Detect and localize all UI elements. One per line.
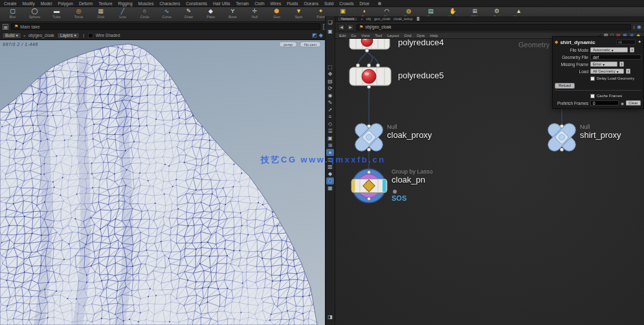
breadcrumb-item[interactable]: geo_cloak xyxy=(374,17,390,21)
color-swatch[interactable] xyxy=(88,33,93,38)
shelf-tool-button[interactable]: ╱ Line xyxy=(113,8,133,19)
shelf-tab[interactable]: Fluids xyxy=(287,1,298,6)
shelf-tab[interactable]: Create xyxy=(4,1,17,6)
shelf-tab[interactable]: Deform xyxy=(79,1,93,6)
node-label-cloak-proxy[interactable]: Null cloak_proxy xyxy=(387,124,432,140)
viewport-tool-icon[interactable]: ☰ xyxy=(326,128,334,135)
layers-dropdown[interactable]: Layers▾ xyxy=(57,32,80,39)
nav-forward-button[interactable]: ▶ xyxy=(347,24,354,30)
node-label-cloak-pn[interactable]: Group by Lasso cloak_pn xyxy=(392,168,433,185)
shelf-tab[interactable]: Modify xyxy=(23,1,35,6)
network-menu-item[interactable]: Layout xyxy=(387,34,399,38)
nav-back-button[interactable]: ◀ xyxy=(338,24,345,30)
options-icon[interactable]: ◆ xyxy=(319,32,323,38)
node-label-polyreduce4[interactable]: polyreduce4 xyxy=(398,39,444,47)
network-menu-item[interactable]: Go xyxy=(351,34,356,38)
viewport-tool-icon[interactable]: ⬚ xyxy=(326,63,334,71)
node-label-polyreduce5[interactable]: polyreduce5 xyxy=(398,71,444,80)
shelf-tab[interactable]: Model xyxy=(41,1,52,6)
network-menu-item[interactable]: Opts xyxy=(417,34,425,38)
shelf-tool-button[interactable]: ▬ Tube xyxy=(47,8,67,19)
shelf-tool-button[interactable]: ◆ Plato xyxy=(201,8,221,19)
param-node-name[interactable]: shirt_dynamic xyxy=(560,39,595,45)
layout-grid-icon[interactable]: ▦ xyxy=(3,24,8,30)
reload-button[interactable]: Reload xyxy=(555,83,575,89)
node-flag-sos[interactable]: SOS xyxy=(392,194,406,202)
shelf-tab[interactable]: Constraints xyxy=(186,1,207,6)
network-menu-item[interactable]: Tool xyxy=(375,34,382,38)
shelf-tab[interactable]: Characters xyxy=(159,1,180,6)
camera-pill[interactable]: persp xyxy=(279,41,297,47)
network-menu-item[interactable]: Grid xyxy=(404,34,411,38)
shelf-tab[interactable]: Crowds xyxy=(339,1,353,6)
file-mode-dropdown[interactable]: Automatic▾ xyxy=(590,47,628,52)
spinner-icon[interactable]: ⇕ xyxy=(626,69,630,74)
shelf-tab[interactable]: Oceans xyxy=(304,1,318,6)
viewport-tool-icon[interactable]: ➚ xyxy=(326,106,334,113)
clear-button[interactable]: Clear xyxy=(626,100,640,106)
pane-tab-build[interactable]: Build▾ xyxy=(2,32,21,39)
shelf-tool-button[interactable]: ✎ Draw xyxy=(179,8,199,19)
viewport-tool-icon[interactable]: ◉ xyxy=(326,92,334,99)
viewport-tool-icon[interactable]: ◇ xyxy=(326,120,334,128)
shelf-tool-button[interactable]: ∿ Curve xyxy=(157,8,177,19)
preset-star-icon[interactable]: ✦ xyxy=(638,39,641,45)
shelf-tool-button[interactable]: ✛ Null xyxy=(245,8,265,19)
viewport-tool-icon[interactable]: ⟳ xyxy=(326,85,334,92)
load-dropdown[interactable]: All Geometry▾ xyxy=(590,69,624,74)
spinner-icon[interactable]: ⇕ xyxy=(619,62,624,67)
shelf-tab[interactable]: Texture xyxy=(98,1,112,6)
shelf-tab[interactable]: Cloth xyxy=(254,1,264,6)
cache-frames-checkbox[interactable] xyxy=(590,94,595,98)
network-path-field[interactable]: ⚑ obj/geo_cloak xyxy=(356,24,631,30)
node-label-shirt-proxy[interactable]: Null shirt_proxy xyxy=(580,124,621,140)
take-field[interactable]: ⚑ Main take xyxy=(11,23,320,30)
missing-frame-dropdown[interactable]: Error▾ xyxy=(590,62,617,67)
viewport-tool-icon[interactable]: ❏ xyxy=(326,19,334,26)
viewport-tool-icon[interactable]: ✎ xyxy=(326,99,334,106)
shelf-tab[interactable]: Solid xyxy=(324,1,333,6)
viewport-tool-icon[interactable]: ✥ xyxy=(326,71,334,78)
network-menu-item[interactable]: Edit xyxy=(339,34,346,38)
param-version-field[interactable]: v1 xyxy=(616,39,636,45)
shelf-tool-button[interactable]: ▦ Grid xyxy=(91,8,111,19)
no-cam-pill[interactable]: No cam xyxy=(300,41,321,47)
shelf-tab[interactable]: Muscles xyxy=(139,1,154,6)
shelf-tab[interactable]: Drive xyxy=(359,1,369,6)
prefetch-field[interactable]: 0 xyxy=(590,100,619,106)
viewport-tool-icon[interactable]: ▣ xyxy=(326,28,334,35)
geometry-file-field[interactable]: def xyxy=(590,54,641,60)
breadcrumb-item[interactable]: cloak_setup xyxy=(394,17,412,21)
network-menu-item[interactable]: View xyxy=(361,34,370,38)
viewport-tool-icon[interactable]: ⬡ xyxy=(326,177,334,185)
shelf-tool-button[interactable]: Y Bone xyxy=(223,8,243,19)
shelf-tool-button[interactable]: ◯ Sphere xyxy=(25,8,45,19)
shelf-tool-button[interactable]: ○ Circle xyxy=(135,8,155,19)
viewport-tool-icon[interactable]: ▤ xyxy=(326,78,334,85)
network-menu-item[interactable]: Help xyxy=(430,34,438,38)
shelf-tab[interactable]: Rigging xyxy=(118,1,133,6)
viewport-tool-icon[interactable]: ≡ xyxy=(326,113,334,120)
viewport-tool-icon[interactable]: ▦ xyxy=(326,185,334,192)
viewport-tool-icon[interactable]: ⊞ xyxy=(326,142,334,149)
viewport-tool-icon[interactable]: ◨ xyxy=(328,314,333,320)
shelf-tab[interactable]: Polygon xyxy=(58,1,73,6)
shelf-tool-button[interactable]: ▢ Box xyxy=(3,8,23,19)
breadcrumb-item[interactable]: obj xyxy=(366,17,371,21)
shelf-tab[interactable]: Terrain xyxy=(236,1,249,6)
snap-icon[interactable]: ◩ xyxy=(312,32,317,38)
shelf-tab[interactable]: Wires xyxy=(271,1,282,6)
ladder-icon[interactable]: ◉ xyxy=(621,101,624,106)
shelf-tool-button[interactable]: ◎ Torus xyxy=(69,8,89,19)
shading-mode-label[interactable]: Wire Shaded xyxy=(96,33,120,38)
viewport-tool-icon[interactable]: ▣ xyxy=(326,135,334,142)
shelf-tool-button[interactable]: ▼ Spot xyxy=(289,8,309,19)
viewport-tool-icon[interactable]: ◆ xyxy=(326,170,334,177)
globe-icon[interactable]: ◉ xyxy=(637,24,641,30)
pane-tab-network[interactable]: Network xyxy=(337,17,358,21)
viewport-3d[interactable]: 997/3 2 / 1-448 persp No cam xyxy=(0,40,325,325)
delay-load-checkbox[interactable] xyxy=(590,76,595,81)
viewport-path[interactable]: obj/geo_cloak xyxy=(28,33,54,38)
spinner-icon[interactable]: ⇕ xyxy=(630,47,634,52)
shelf-tab[interactable]: Hair Utils xyxy=(213,1,230,6)
